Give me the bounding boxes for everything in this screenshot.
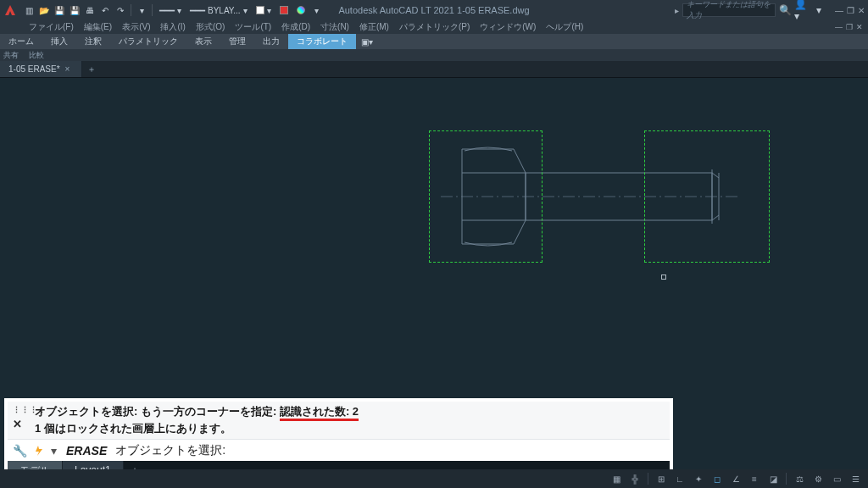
command-grip-icon[interactable]: ⋮⋮⋮⋮: [13, 405, 47, 415]
ribbon-tab-collaborate[interactable]: コラボレート: [288, 34, 356, 49]
doc-close-button[interactable]: ✕: [856, 23, 863, 31]
ribbon-tab-parametric[interactable]: パラメトリック: [110, 34, 186, 49]
status-separator: [648, 473, 648, 485]
color-swatch-red: [280, 6, 288, 14]
app-logo[interactable]: [0, 0, 20, 20]
document-tab-close[interactable]: ×: [65, 64, 70, 74]
color-wheel[interactable]: [293, 6, 309, 14]
quick-access-toolbar: ▥ 📂 💾 💾 🖶 ↶ ↷ ▾ ━━━▾ ━━━ BYLAY... ▾ ▾ ▾: [22, 3, 324, 17]
search-input[interactable]: キーワードまたは語句を入力: [682, 3, 776, 17]
ribbon-subpanel: 共有 比較: [0, 49, 868, 61]
ribbon-tab-manage[interactable]: 管理: [220, 34, 254, 49]
save-icon[interactable]: 💾: [53, 3, 66, 17]
color-swatch-white: [256, 6, 264, 14]
menu-help[interactable]: ヘルプ(H): [541, 21, 588, 33]
workspace-switch[interactable]: ⚙: [810, 471, 826, 486]
cmd-hist-1a: オブジェクトを選択: もう一方のコーナーを指定:: [35, 405, 280, 418]
document-tab-label: 1-05 ERASE*: [8, 64, 60, 74]
model-space-toggle[interactable]: ▦: [609, 471, 624, 486]
annotation-scale[interactable]: ⚖: [792, 471, 807, 486]
menu-view[interactable]: 表示(V): [117, 21, 155, 33]
doc-restore-button[interactable]: ❐: [846, 23, 853, 31]
panel-compare[interactable]: 比較: [29, 50, 44, 61]
otrack-toggle[interactable]: ∠: [728, 471, 743, 486]
ribbon-tabs: ホーム 挿入 注釈 パラメトリック 表示 管理 出力 コラボレート ▣▾: [0, 34, 868, 49]
command-history-line-2: 1 個はロックされた画層上にあります。: [35, 421, 665, 436]
clean-screen[interactable]: ▭: [829, 471, 844, 486]
cmd-hist-1b: 認識された数: 2: [280, 404, 359, 422]
document-tab-add[interactable]: ＋: [82, 61, 101, 77]
plot-icon[interactable]: 🖶: [83, 3, 97, 17]
color-dropdown[interactable]: ▾: [253, 6, 275, 15]
command-prompt-text: オブジェクトを選択:: [115, 443, 225, 458]
title-text: Autodesk AutoCAD LT 2021 1-05 ERASE.dwg: [338, 5, 529, 15]
signin-icon[interactable]: 👤▾: [794, 3, 810, 18]
menu-dim[interactable]: 寸法(N): [315, 21, 354, 33]
new-icon[interactable]: ▥: [22, 3, 36, 17]
ribbon-tab-output[interactable]: 出力: [254, 34, 288, 49]
document-tabs: 1-05 ERASE* × ＋: [0, 61, 868, 78]
command-history: ⋮⋮⋮⋮ ✕ オブジェクトを選択: もう一方のコーナーを指定: 認識された数: …: [8, 402, 670, 439]
color-wheel-icon: [297, 6, 305, 14]
drawing-canvas[interactable]: [0, 78, 868, 400]
recent-commands-icon[interactable]: [32, 444, 46, 458]
qat-dropdown-icon[interactable]: ▾: [135, 3, 148, 17]
menu-param[interactable]: パラメトリック(P): [394, 21, 475, 33]
command-name: ERASE: [66, 444, 107, 458]
menu-edit[interactable]: 編集(E): [79, 21, 117, 33]
selection-rect-right: [644, 130, 770, 263]
menu-format[interactable]: 形式(O): [191, 21, 230, 33]
document-tab[interactable]: 1-05 ERASE* ×: [0, 61, 82, 77]
undo-icon[interactable]: ↶: [98, 3, 112, 17]
maximize-button[interactable]: ❐: [847, 6, 854, 15]
ribbon-tab-insert[interactable]: 挿入: [42, 34, 76, 49]
snap-toggle[interactable]: ⊞: [654, 471, 669, 486]
panel-share[interactable]: 共有: [3, 50, 19, 61]
customize-status[interactable]: ☰: [848, 471, 863, 486]
lineweight-dropdown[interactable]: ━━━▾: [156, 6, 185, 15]
qat-separator: [152, 4, 153, 16]
open-icon[interactable]: 📂: [37, 3, 51, 17]
command-chevron-icon: ▾: [51, 444, 61, 458]
command-close-icon[interactable]: ✕: [13, 417, 22, 432]
info-caret-icon: ▸: [675, 6, 679, 15]
status-separator: [786, 473, 787, 485]
status-bar: ▦ ╬ ⊞ ∟ ✦ ◻ ∠ ≡ ◪ ⚖ ⚙ ▭ ☰: [0, 469, 868, 488]
layer-dropdown[interactable]: ━━━ BYLAY... ▾: [186, 6, 251, 15]
osnap-toggle[interactable]: ◻: [709, 471, 725, 486]
saveas-icon[interactable]: 💾: [68, 3, 81, 17]
grid-toggle[interactable]: ╬: [627, 471, 643, 486]
transparency-toggle[interactable]: ◪: [765, 471, 781, 486]
ribbon-extras: ▣▾: [356, 34, 378, 49]
title-bar-right: ▸ キーワードまたは語句を入力 🔍 👤▾ ▾ ― ❐ ✕: [675, 3, 868, 18]
command-input-row[interactable]: 🔧 ▾ ERASE オブジェクトを選択:: [8, 439, 670, 461]
help-icon[interactable]: ▾: [811, 3, 826, 18]
customize-icon[interactable]: 🔧: [13, 444, 27, 458]
lineweight-toggle[interactable]: ≡: [747, 471, 762, 486]
redo-icon[interactable]: ↷: [114, 3, 127, 17]
window-controls: ― ❐ ✕: [835, 6, 865, 15]
menu-tools[interactable]: ツール(T): [230, 21, 276, 33]
search-placeholder: キーワードまたは語句を入力: [687, 0, 771, 21]
search-icon[interactable]: 🔍: [777, 3, 793, 18]
qat-more-icon[interactable]: ▾: [310, 3, 324, 17]
ribbon-tab-home[interactable]: ホーム: [0, 34, 42, 49]
ribbon-focus-icon[interactable]: ▣▾: [361, 37, 373, 47]
doc-minimize-button[interactable]: ―: [835, 23, 843, 31]
menu-insert[interactable]: 挿入(I): [155, 21, 190, 33]
layer-dropdown-label: BYLAY...: [208, 6, 241, 15]
menu-bar: ファイル(F) 編集(E) 表示(V) 挿入(I) 形式(O) ツール(T) 作…: [0, 20, 868, 34]
selection-rect-left: [429, 130, 542, 263]
menu-window[interactable]: ウィンドウ(W): [475, 21, 541, 33]
menu-file[interactable]: ファイル(F): [24, 21, 79, 33]
color-dropdown-2[interactable]: [276, 6, 292, 14]
title-bar: ▥ 📂 💾 💾 🖶 ↶ ↷ ▾ ━━━▾ ━━━ BYLAY... ▾ ▾ ▾ …: [0, 0, 868, 20]
minimize-button[interactable]: ―: [835, 6, 843, 15]
close-button[interactable]: ✕: [858, 6, 865, 15]
polar-toggle[interactable]: ✦: [691, 471, 706, 486]
menu-modify[interactable]: 修正(M): [354, 21, 394, 33]
ribbon-tab-view[interactable]: 表示: [186, 34, 220, 49]
ribbon-tab-annotate[interactable]: 注釈: [76, 34, 110, 49]
ortho-toggle[interactable]: ∟: [672, 471, 687, 486]
menu-draw[interactable]: 作成(D): [276, 21, 315, 33]
